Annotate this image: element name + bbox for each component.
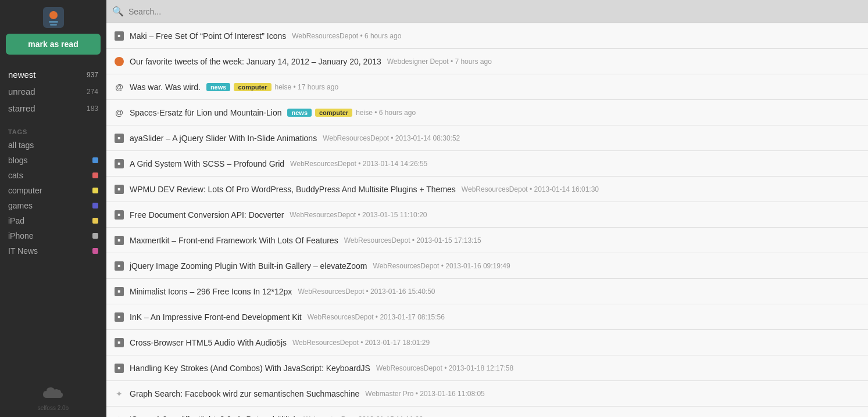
starred-count: 183 <box>87 105 98 113</box>
feed-item-meta: Webmaster Pro • 2013-01-15 11:11:00 <box>303 415 423 418</box>
feed-icon <box>115 57 124 66</box>
feed-item-content: ayaSlider – A jQuery Slider With In-Slid… <box>130 134 860 143</box>
starred-label: starred <box>8 103 35 113</box>
cloud-icon <box>42 385 65 402</box>
tag-item-iphone[interactable]: iPhone <box>0 228 106 243</box>
feed-item-title: WPMU DEV Review: Lots Of Pro WordPress, … <box>130 185 456 194</box>
newest-count: 937 <box>87 71 98 79</box>
feed-item-content: WPMU DEV Review: Lots Of Pro WordPress, … <box>130 185 860 194</box>
tag-item-games[interactable]: games <box>0 198 106 213</box>
tag-item-blogs[interactable]: blogs <box>0 153 106 168</box>
feed-item-meta: WebResourcesDepot • 2013-01-17 08:15:56 <box>308 313 445 321</box>
feed-list: ■ Maki – Free Set Of “Point Of Interest”… <box>106 23 868 417</box>
svg-rect-2 <box>49 21 58 23</box>
feed-item[interactable]: @ Was war. Was wird. newscomputer heise … <box>106 74 868 100</box>
tag-badge: computer <box>234 83 271 91</box>
feed-item-title: jQuery Image Zooming Plugin With Built-i… <box>130 261 367 271</box>
feed-item-title: InK – An Impressive Front-end Developmen… <box>130 312 302 322</box>
feed-item[interactable]: ■ Maxmertkit – Front-end Framework With … <box>106 228 868 253</box>
sidebar-item-newest[interactable]: newest 937 <box>0 66 106 83</box>
feed-item-meta: WebResourcesDepot • 2013-01-18 12:17:58 <box>376 364 513 372</box>
feed-item-meta: heise • 17 hours ago <box>275 83 339 91</box>
main-content: 🔍 ■ Maki – Free Set Of “Point Of Interes… <box>106 0 868 417</box>
tag-dot-computer <box>92 188 98 193</box>
tag-item-ipad[interactable]: iPad <box>0 213 106 228</box>
feed-item-title: Was war. Was wird. <box>130 82 201 92</box>
feed-item-content: jQuery Image Zooming Plugin With Built-i… <box>130 261 860 271</box>
feed-item-content: Cross-Browser HTML5 Audio With Audio5js … <box>130 338 860 347</box>
feed-item-content: Minimalist Icons – 296 Free Icons In 12*… <box>130 287 860 296</box>
feed-icon: ■ <box>115 185 124 194</box>
feed-icon: @ <box>115 82 124 92</box>
sidebar-item-starred[interactable]: starred 183 <box>0 100 106 117</box>
feed-item[interactable]: ■ Handling Key Strokes (And Combos) With… <box>106 355 868 381</box>
feed-item[interactable]: ■ Maki – Free Set Of “Point Of Interest”… <box>106 23 868 49</box>
tag-item-it-news[interactable]: IT News <box>0 243 106 258</box>
unread-label: unread <box>8 87 35 96</box>
feed-item-content: Free Document Conversion API: Docverter … <box>130 210 860 220</box>
mark-as-read-button[interactable]: mark as read <box>6 34 101 55</box>
feed-item-meta: heise • 6 hours ago <box>356 109 416 117</box>
nav-section: newest 937 unread 274 starred 183 <box>0 60 106 123</box>
feed-item[interactable]: ■ Minimalist Icons – 296 Free Icons In 1… <box>106 279 868 304</box>
feed-item-meta: WebResourcesDepot • 2013-01-15 17:13:15 <box>344 236 481 245</box>
feed-item[interactable]: ■ Cross-Browser HTML5 Audio With Audio5j… <box>106 330 868 355</box>
feed-item-title: Our favorite tweets of the week: January… <box>130 57 381 66</box>
feed-icon: ✦ <box>115 389 124 398</box>
feed-item[interactable]: ■ jQuery Image Zooming Plugin With Built… <box>106 253 868 279</box>
feed-item-meta: WebResourcesDepot • 6 hours ago <box>292 32 401 40</box>
tag-dot-cats <box>92 172 98 178</box>
feed-item-title: Maki – Free Set Of “Point Of Interest” I… <box>130 31 286 41</box>
feed-item[interactable]: ✦ Graph Search: Facebook wird zur semant… <box>106 381 868 407</box>
feed-item-title: Minimalist Icons – 296 Free Icons In 12*… <box>130 287 292 296</box>
tag-label-computer: computer <box>8 186 42 195</box>
sidebar: mark as read newest 937 unread 274 starr… <box>0 0 106 417</box>
feed-item-meta: Webdesigner Depot • 7 hours ago <box>387 57 492 66</box>
tags-list: all tags blogs cats computer games iPad … <box>0 138 106 258</box>
sidebar-footer: selfoss 2.0b <box>0 379 106 417</box>
feed-item-content: jQuery 1.9 veröffentlicht, 2.0 als Beta … <box>130 415 860 418</box>
tag-item-computer[interactable]: computer <box>0 183 106 198</box>
sidebar-item-unread[interactable]: unread 274 <box>0 83 106 100</box>
feed-icon: ■ <box>115 134 124 143</box>
tag-item-all-tags[interactable]: all tags <box>0 138 106 153</box>
search-icon: 🔍 <box>112 6 124 17</box>
feed-item[interactable]: @ Spaces-Ersatz für Lion und Mountain-Li… <box>106 100 868 125</box>
tag-badge: news <box>206 83 231 91</box>
feed-item-title: Handling Key Strokes (And Combos) With J… <box>130 364 370 373</box>
feed-item-content: A Grid System With SCSS – Profound Grid … <box>130 159 860 168</box>
version-label: selfoss 2.0b <box>38 405 69 411</box>
feed-item-title: Graph Search: Facebook wird zur semantis… <box>130 389 359 398</box>
feed-item[interactable]: Our favorite tweets of the week: January… <box>106 49 868 74</box>
svg-point-1 <box>49 11 58 19</box>
tag-item-cats[interactable]: cats <box>0 168 106 183</box>
newest-label: newest <box>8 70 36 80</box>
feed-item[interactable]: ■ A Grid System With SCSS – Profound Gri… <box>106 151 868 177</box>
feed-item-title: ayaSlider – A jQuery Slider With In-Slid… <box>130 134 317 143</box>
feed-item-content: Was war. Was wird. newscomputer heise • … <box>130 82 860 92</box>
tag-label-iphone: iPhone <box>8 231 34 240</box>
feed-item[interactable]: ■ Free Document Conversion API: Docverte… <box>106 202 868 228</box>
feed-item-content: Handling Key Strokes (And Combos) With J… <box>130 364 860 373</box>
feed-item-title: jQuery 1.9 veröffentlicht, 2.0 als Beta … <box>130 415 298 418</box>
feed-item-meta: Webmaster Pro • 2013-01-16 11:08:05 <box>365 390 484 398</box>
feed-icon: ✦ <box>115 415 124 418</box>
tag-dot-iphone <box>92 233 98 239</box>
feed-icon: ■ <box>115 31 124 41</box>
feed-item[interactable]: ✦ jQuery 1.9 veröffentlicht, 2.0 als Bet… <box>106 407 868 417</box>
unread-count: 274 <box>87 88 98 96</box>
feed-item-title: Maxmertkit – Front-end Framework With Lo… <box>130 236 338 245</box>
feed-item[interactable]: ■ ayaSlider – A jQuery Slider With In-Sl… <box>106 125 868 151</box>
tag-label-ipad: iPad <box>8 216 24 225</box>
feed-item-title: Spaces-Ersatz für Lion und Mountain-Lion <box>130 108 281 117</box>
feed-item[interactable]: ■ InK – An Impressive Front-end Developm… <box>106 304 868 330</box>
feed-icon: ■ <box>115 210 124 220</box>
feed-item-content: Maki – Free Set Of “Point Of Interest” I… <box>130 31 860 41</box>
feed-item[interactable]: ■ WPMU DEV Review: Lots Of Pro WordPress… <box>106 177 868 202</box>
search-input[interactable] <box>128 7 862 16</box>
tag-label-cats: cats <box>8 171 23 180</box>
tag-badge: computer <box>315 109 352 117</box>
feed-item-meta: WebResourcesDepot • 2013-01-14 08:30:52 <box>323 134 460 142</box>
feed-icon: ■ <box>115 338 124 347</box>
tag-dot-it-news <box>92 248 98 254</box>
